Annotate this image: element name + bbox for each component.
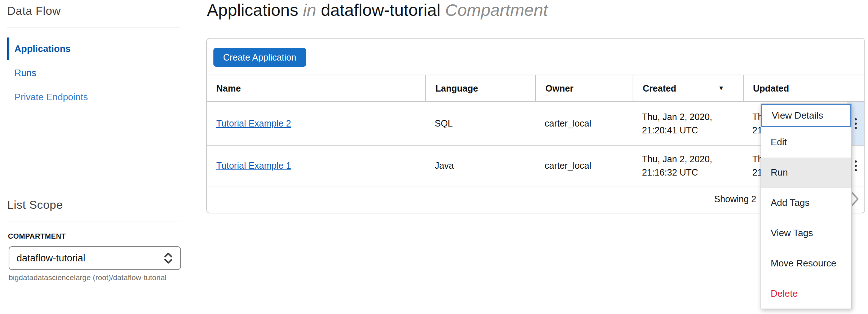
sidebar: Data Flow Applications Runs Private Endp… — [0, 0, 202, 314]
page-title-compartment-name: dataflow-tutorial — [321, 0, 440, 19]
sidebar-divider — [7, 27, 180, 27]
column-header-name[interactable]: Name — [207, 75, 425, 101]
column-header-updated[interactable]: Updated — [743, 75, 847, 101]
column-header-created-label: Created — [643, 83, 676, 94]
table-header-row: Name Language Owner Created ▼ Updated — [207, 75, 864, 102]
compartment-path-hint: bigdatadatasciencelarge (root)/dataflow-… — [9, 273, 202, 282]
kebab-menu-icon[interactable] — [851, 115, 860, 132]
application-link[interactable]: Tutorial Example 2 — [216, 117, 291, 130]
page-title: Applications in dataflow-tutorial Compar… — [207, 0, 548, 20]
create-application-button[interactable]: Create Application — [213, 48, 306, 67]
menu-item-delete[interactable]: Delete — [761, 278, 851, 309]
page-title-suffix: Compartment — [445, 0, 548, 19]
menu-item-edit[interactable]: Edit — [761, 127, 851, 158]
cell-owner: carter_local — [535, 146, 633, 186]
menu-item-view-tags[interactable]: View Tags — [761, 218, 851, 248]
cell-owner: carter_local — [535, 102, 633, 145]
list-scope-section: List Scope COMPARTMENT dataflow-tutorial… — [0, 194, 202, 282]
menu-item-move-resource[interactable]: Move Resource — [761, 248, 851, 278]
column-header-created[interactable]: Created ▼ — [633, 75, 743, 101]
page-title-resource: Applications — [207, 0, 298, 19]
compartment-label: COMPARTMENT — [8, 232, 202, 240]
sidebar-item-private-endpoints[interactable]: Private Endpoints — [7, 86, 202, 109]
compartment-select[interactable]: dataflow-tutorial — [9, 246, 181, 270]
sidebar-title: Data Flow — [0, 0, 202, 18]
cell-language: SQL — [425, 102, 535, 145]
column-header-actions — [847, 75, 864, 101]
cell-created: Thu, Jan 2, 2020, 21:16:32 UTC — [633, 146, 743, 186]
cell-language: Java — [425, 146, 535, 186]
compartment-select-value: dataflow-tutorial — [17, 253, 164, 264]
menu-item-run[interactable]: Run — [761, 158, 851, 188]
showing-count-text: Showing 2 — [714, 194, 756, 204]
sidebar-item-runs[interactable]: Runs — [7, 62, 202, 84]
row-context-menu: View Details Edit Run Add Tags View Tags… — [761, 103, 852, 309]
list-scope-divider — [7, 221, 180, 221]
page-title-in: in — [303, 0, 316, 19]
menu-item-view-details[interactable]: View Details — [761, 104, 851, 127]
card-toolbar: Create Application — [207, 39, 864, 75]
application-link[interactable]: Tutorial Example 1 — [216, 159, 291, 172]
column-header-owner[interactable]: Owner — [535, 75, 633, 101]
sidebar-item-applications[interactable]: Applications — [7, 37, 202, 60]
sort-desc-icon: ▼ — [718, 85, 724, 92]
list-scope-title: List Scope — [0, 194, 202, 212]
menu-item-add-tags[interactable]: Add Tags — [761, 188, 851, 218]
sidebar-nav: Applications Runs Private Endpoints — [7, 37, 202, 109]
select-updown-icon — [164, 252, 173, 265]
column-header-language[interactable]: Language — [425, 75, 535, 101]
kebab-menu-icon[interactable] — [851, 158, 860, 174]
cell-created: Thu, Jan 2, 2020, 21:20:41 UTC — [633, 102, 743, 145]
